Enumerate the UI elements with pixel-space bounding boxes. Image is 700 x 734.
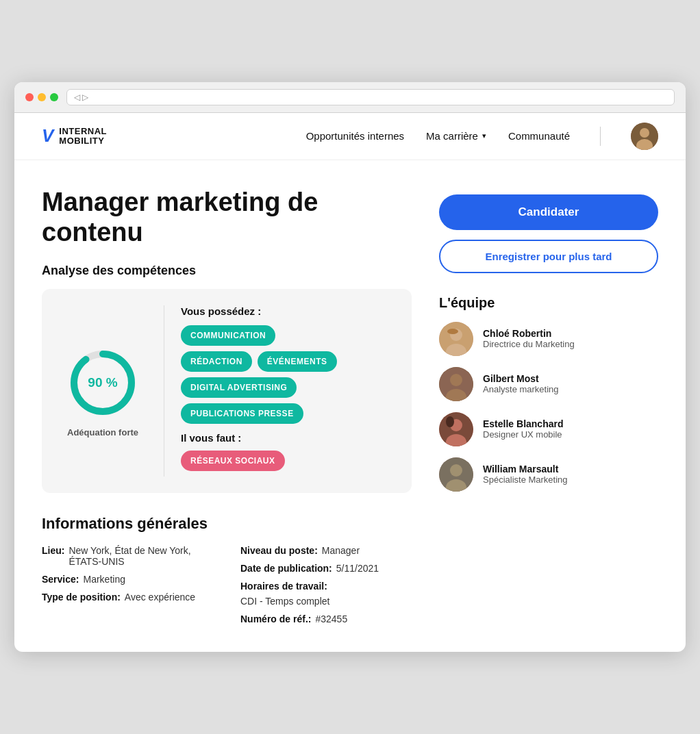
avatar-william-image — [439, 457, 473, 492]
you-need-label: Il vous faut : — [181, 432, 395, 444]
info-section: Informations générales Lieu: New York, É… — [42, 515, 412, 624]
svg-point-1 — [640, 128, 649, 138]
avatar-gilbert-image — [439, 367, 473, 401]
info-horaires-value: CDI - Temps complet — [240, 596, 329, 607]
team-section: L'équipe Chloé Robertin Directrice du — [439, 295, 658, 492]
skills-divider — [164, 305, 164, 477]
skills-have-tags: COMMUNICATION — [181, 325, 395, 346]
nav-communaute[interactable]: Communauté — [508, 130, 570, 142]
info-ref-label: Numéro de réf.: — [240, 613, 311, 624]
main-content: Manager marketing de contenu Analyse des… — [14, 160, 686, 652]
logo-line1: INTERNAL — [59, 127, 107, 136]
avatar-gilbert — [439, 367, 473, 401]
browser-nav-icons: ◁ ▷ — [74, 92, 88, 102]
info-col-left: Lieu: New York, État de New York,ÉTATS-U… — [42, 545, 213, 624]
team-member-2-role: Analyste marketing — [483, 384, 559, 394]
you-have-label: Vous possédez : — [181, 305, 395, 317]
skills-tags: Vous possédez : COMMUNICATION RÉDACTION … — [181, 305, 395, 477]
score-label: Adéquation forte — [67, 427, 138, 438]
browser-addressbar[interactable]: ◁ ▷ — [66, 89, 675, 105]
team-member-1-info: Chloé Robertin Directrice du Marketing — [483, 328, 575, 349]
team-member-1-role: Directrice du Marketing — [483, 339, 575, 349]
info-grid: Lieu: New York, État de New York,ÉTATS-U… — [42, 545, 412, 624]
team-member-3-name: Estelle Blanchard — [483, 418, 564, 429]
info-lieu: Lieu: New York, État de New York,ÉTATS-U… — [42, 545, 213, 567]
nav-logo: V INTERNAL MOBILITY — [42, 125, 107, 147]
info-service: Service: Marketing — [42, 574, 213, 585]
avatar[interactable] — [631, 123, 658, 150]
tag-digital-advertising: DIGITAL ADVERTISING — [181, 377, 297, 398]
skills-need-tags: RÉSEAUX SOCIAUX — [181, 451, 395, 471]
info-date: Date de publication: 5/11/2021 — [240, 563, 412, 574]
nav-opportunites[interactable]: Opportunités internes — [306, 130, 404, 142]
info-lieu-value: New York, État de New York,ÉTATS-UNIS — [68, 545, 190, 567]
dot-yellow — [38, 93, 46, 101]
info-niveau-value: Manager — [322, 545, 360, 556]
team-member-4: William Marsault Spécialiste Marketing — [439, 457, 658, 492]
info-horaires-label: Horaires de travail: — [240, 581, 327, 592]
tag-redaction: RÉDACTION — [181, 351, 252, 372]
nav-carriere[interactable]: Ma carrière ▾ — [426, 130, 486, 142]
chevron-down-icon: ▾ — [482, 131, 486, 140]
left-column: Manager marketing de contenu Analyse des… — [42, 188, 412, 624]
right-column: Candidater Enregistrer pour plus tard L'… — [439, 188, 658, 624]
info-col-right: Niveau du poste: Manager Date de publica… — [240, 545, 412, 624]
team-member-2-name: Gilbert Most — [483, 373, 559, 384]
avatar-william — [439, 457, 473, 492]
tag-communication: COMMUNICATION — [181, 325, 275, 346]
nav-links: Opportunités internes Ma carrière ▾ Comm… — [306, 123, 658, 150]
avatar-image — [631, 123, 658, 150]
nav: V INTERNAL MOBILITY Opportunités interne… — [14, 113, 686, 160]
skills-section-title: Analyse des compétences — [42, 264, 412, 278]
info-ref-value: #32455 — [315, 613, 347, 624]
skills-have-tags-3: DIGITAL ADVERTISING — [181, 377, 395, 398]
skills-have-tags-4: PUBLICATIONS PRESSE — [181, 403, 395, 424]
team-member-2-info: Gilbert Most Analyste marketing — [483, 373, 559, 394]
info-title: Informations générales — [42, 515, 412, 533]
info-type-position-label: Type de position: — [42, 592, 121, 603]
tag-reseaux-sociaux: RÉSEAUX SOCIAUX — [181, 451, 285, 471]
avatar-estelle-image — [439, 412, 473, 446]
skills-have-tags-2: RÉDACTION ÉVÉNEMENTS — [181, 351, 395, 372]
page-title: Manager marketing de contenu — [42, 188, 412, 247]
browser-dots — [25, 93, 58, 101]
candidater-button[interactable]: Candidater — [439, 194, 658, 230]
nav-divider — [600, 127, 601, 146]
team-member-4-role: Spécialiste Marketing — [483, 474, 568, 485]
team-member-3-info: Estelle Blanchard Designer UX mobile — [483, 418, 564, 440]
team-member-2: Gilbert Most Analyste marketing — [439, 367, 658, 401]
team-title: L'équipe — [439, 295, 658, 311]
team-member-3-role: Designer UX mobile — [483, 429, 564, 440]
svg-point-15 — [446, 416, 454, 427]
tag-evenements: ÉVÉNEMENTS — [258, 351, 337, 372]
team-member-1: Chloé Robertin Directrice du Marketing — [439, 322, 658, 356]
info-lieu-label: Lieu: — [42, 545, 64, 556]
info-type-position: Type de position: Avec expérience — [42, 592, 213, 603]
browser-window: ◁ ▷ V INTERNAL MOBILITY Opportunités int… — [14, 82, 686, 652]
logo-text: INTERNAL MOBILITY — [59, 127, 107, 147]
save-button[interactable]: Enregistrer pour plus tard — [439, 240, 658, 273]
info-niveau: Niveau du poste: Manager — [240, 545, 412, 556]
info-ref: Numéro de réf.: #32455 — [240, 613, 412, 624]
info-niveau-label: Niveau du poste: — [240, 545, 318, 556]
avatar-chloe — [439, 322, 473, 356]
logo-icon: V — [42, 125, 53, 147]
dot-green — [50, 93, 58, 101]
donut-chart: 90 % — [65, 345, 140, 420]
info-service-label: Service: — [42, 574, 79, 585]
avatar-estelle — [439, 412, 473, 446]
dot-red — [25, 93, 34, 101]
skills-card: 90 % Adéquation forte Vous possédez : CO… — [42, 289, 412, 493]
info-type-position-value: Avec expérience — [125, 592, 195, 603]
svg-point-8 — [447, 329, 458, 334]
team-member-4-name: William Marsault — [483, 464, 568, 474]
skills-score: 90 % Adéquation forte — [58, 305, 147, 477]
logo-line2: MOBILITY — [59, 136, 107, 146]
score-text: 90 % — [88, 375, 117, 390]
browser-chrome: ◁ ▷ — [14, 82, 686, 113]
team-member-3: Estelle Blanchard Designer UX mobile — [439, 412, 658, 446]
info-date-label: Date de publication: — [240, 563, 332, 574]
info-date-value: 5/11/2021 — [336, 563, 379, 574]
svg-point-10 — [450, 374, 462, 386]
nav-carriere-label: Ma carrière — [426, 130, 478, 142]
